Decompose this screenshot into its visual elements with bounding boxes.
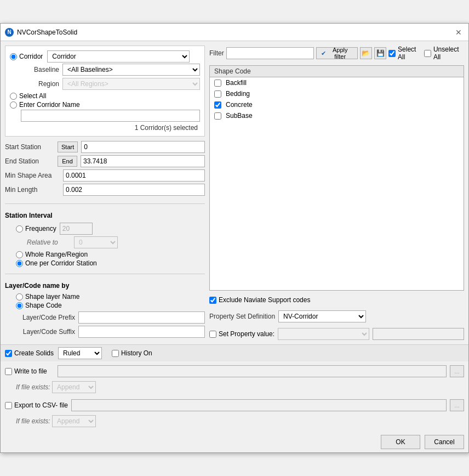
shape-item-bedding[interactable]: Bedding	[210, 88, 464, 99]
selected-info: 1 Corridor(s) selected	[10, 124, 200, 132]
filter-icon-button-1[interactable]: 📂	[360, 47, 372, 59]
corridor-name-input[interactable]	[21, 110, 200, 122]
station-interval-title: Station Interval	[5, 212, 205, 219]
filter-input[interactable]	[226, 47, 314, 59]
frequency-radio-label[interactable]: Frequency	[16, 225, 56, 233]
export-csv-label[interactable]: Export to CSV- file	[5, 401, 68, 409]
whole-range-radio-label[interactable]: Whole Range/Region	[16, 251, 88, 258]
app-icon: N	[5, 28, 14, 37]
exclude-naviate-label[interactable]: Exclude Naviate Support codes	[209, 296, 310, 304]
browse-button-1[interactable]: ...	[450, 365, 464, 377]
main-content: Corridor Corridor Baseline <All Baseline…	[1, 41, 468, 344]
apply-filter-button[interactable]: ✔ Apply filter	[316, 47, 358, 59]
export-file-exists-label: If file exists:	[5, 417, 49, 425]
prop-def-select[interactable]: NV-Corridor	[278, 310, 366, 322]
close-button[interactable]: ✕	[453, 27, 464, 38]
select-all-checkbox-label[interactable]: Select All	[388, 46, 422, 61]
baseline-row: Baseline <All Baselines>	[10, 64, 200, 76]
frequency-radio[interactable]	[16, 225, 23, 233]
layer-prefix-input[interactable]	[78, 311, 205, 324]
start-station-row: Start Station Start	[5, 141, 205, 153]
start-button[interactable]: Start	[58, 141, 78, 152]
corridor-radio-label[interactable]: Corridor	[10, 53, 43, 60]
ruled-select[interactable]: Ruled	[58, 347, 102, 359]
export-csv-checkbox[interactable]	[5, 402, 12, 409]
shape-layer-radio-row: Shape layer Name	[5, 293, 205, 301]
cancel-button[interactable]: Cancel	[425, 435, 464, 449]
enter-name-radio-row: Enter Corridor Name	[10, 101, 200, 109]
whole-range-radio[interactable]	[16, 251, 23, 258]
concrete-checkbox[interactable]	[214, 101, 221, 109]
right-panel: Filter ✔ Apply filter 📂 💾 Select All Uns…	[209, 46, 464, 340]
min-shape-area-input[interactable]	[63, 169, 205, 182]
frequency-radio-row: Frequency	[5, 223, 205, 235]
filter-label: Filter	[209, 49, 224, 57]
exclude-naviate-text: Exclude Naviate Support codes	[219, 296, 310, 304]
set-property-checkbox[interactable]	[209, 331, 216, 338]
shape-code-radio-label[interactable]: Shape Code	[16, 302, 62, 309]
corridor-radio[interactable]	[10, 53, 17, 60]
one-per-station-label: One per Corridor Station	[25, 259, 97, 267]
create-solids-label[interactable]: Create Solids	[5, 349, 54, 357]
browse-button-2[interactable]: ...	[450, 399, 464, 411]
export-append-select[interactable]: Append	[52, 415, 96, 427]
history-on-label[interactable]: History On	[112, 349, 152, 357]
select-all-label: Select All	[398, 46, 422, 61]
one-per-station-radio[interactable]	[16, 260, 23, 267]
write-to-file-input[interactable]	[58, 365, 447, 377]
subbase-checkbox[interactable]	[214, 112, 221, 120]
min-length-input[interactable]	[63, 184, 205, 196]
shape-layer-radio[interactable]	[16, 293, 23, 301]
unselect-all-checkbox[interactable]	[424, 50, 431, 57]
exclude-naviate-checkbox[interactable]	[209, 297, 216, 304]
create-solids-text: Create Solids	[14, 349, 54, 357]
relative-to-select[interactable]: 0	[74, 236, 118, 248]
layer-suffix-input[interactable]	[78, 326, 205, 338]
shape-item-backfill[interactable]: Backfill	[210, 77, 464, 88]
min-shape-area-row: Min Shape Area	[5, 169, 205, 182]
export-csv-input[interactable]	[71, 399, 447, 411]
start-station-input[interactable]	[81, 141, 205, 153]
set-property-select[interactable]	[278, 328, 369, 340]
bedding-checkbox[interactable]	[214, 90, 221, 98]
filter-icon-button-2[interactable]: 💾	[374, 47, 386, 59]
shape-layer-label: Shape layer Name	[25, 293, 79, 301]
ok-cancel-row: OK Cancel	[1, 432, 468, 452]
shape-item-subbase[interactable]: SubBase	[210, 110, 464, 121]
set-property-input[interactable]	[373, 328, 464, 340]
history-on-text: History On	[121, 349, 152, 357]
shape-layer-radio-label[interactable]: Shape layer Name	[16, 293, 79, 301]
one-per-station-radio-label[interactable]: One per Corridor Station	[16, 259, 97, 267]
unselect-all-checkbox-label[interactable]: Unselect All	[424, 46, 464, 61]
subbase-label: SubBase	[226, 112, 253, 120]
backfill-checkbox[interactable]	[214, 80, 221, 87]
select-all-checkbox[interactable]	[388, 50, 396, 57]
write-append-select[interactable]: Append	[52, 381, 96, 393]
end-station-input[interactable]	[81, 155, 205, 167]
write-to-file-label[interactable]: Write to file	[5, 367, 54, 375]
apply-filter-label: Apply filter	[328, 47, 353, 60]
region-select[interactable]: <All Regions>	[62, 78, 200, 90]
exclude-naviate-row: Exclude Naviate Support codes	[209, 296, 464, 304]
shape-code-radio[interactable]	[16, 302, 23, 309]
end-button[interactable]: End	[58, 156, 77, 167]
set-property-row: Set Property value:	[209, 328, 464, 340]
layer-prefix-label: Layer/Code Prefix	[9, 314, 75, 321]
select-all-radio-label[interactable]: Select All	[10, 92, 46, 100]
corridor-select[interactable]: Corridor	[47, 50, 190, 63]
ok-button[interactable]: OK	[381, 435, 420, 449]
frequency-input[interactable]	[60, 223, 93, 235]
enter-name-radio[interactable]	[10, 101, 17, 109]
layer-suffix-label: Layer/Code Suffix	[9, 328, 75, 336]
write-to-file-text: Write to file	[14, 367, 47, 375]
shape-item-concrete[interactable]: Concrete	[210, 99, 464, 110]
enter-name-radio-label[interactable]: Enter Corridor Name	[10, 101, 80, 109]
select-all-radio[interactable]	[10, 93, 17, 100]
create-solids-checkbox[interactable]	[5, 350, 12, 357]
write-to-file-checkbox[interactable]	[5, 368, 12, 375]
history-on-checkbox[interactable]	[112, 350, 119, 357]
layer-code-title: Layer/Code name by	[5, 282, 205, 290]
relative-to-label: Relative to	[27, 239, 71, 246]
set-property-label[interactable]: Set Property value:	[209, 330, 274, 338]
baseline-select[interactable]: <All Baselines>	[62, 64, 200, 76]
